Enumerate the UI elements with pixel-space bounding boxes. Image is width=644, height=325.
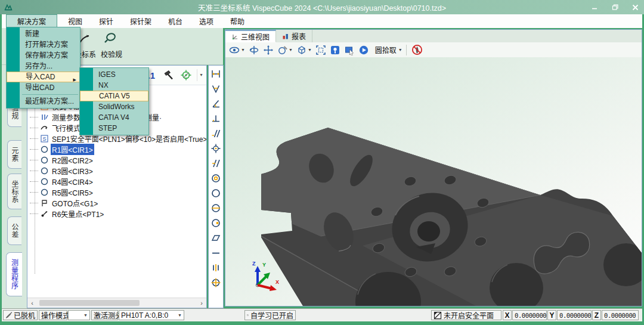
angle-between-icon[interactable] xyxy=(210,83,221,94)
z-coordinate-label: Z xyxy=(592,310,601,320)
scroll-right-icon[interactable]: › xyxy=(197,299,206,308)
submenu-item-solidworks[interactable]: SolidWorks xyxy=(80,101,148,112)
position-crosshair-icon[interactable] xyxy=(210,143,221,154)
orbit-icon[interactable] xyxy=(249,45,259,55)
submenu-item-catia-v4[interactable]: CATIA V4 xyxy=(80,112,148,123)
target-icon[interactable] xyxy=(180,69,192,81)
shading-icon[interactable]: ▼ xyxy=(277,45,293,55)
goto-icon xyxy=(39,199,49,207)
menu-item-save-solution[interactable]: 保存解决方案 xyxy=(7,50,80,61)
toolbar-overflow-icon[interactable]: ▾ xyxy=(197,69,205,81)
angle-icon[interactable] xyxy=(210,98,221,109)
cube-icon[interactable]: ▼ xyxy=(296,45,312,55)
tab-measure-program[interactable]: 测量程序 xyxy=(6,252,22,296)
perpendicularity-icon[interactable] xyxy=(210,113,221,124)
scrollbar-thumb[interactable] xyxy=(39,300,140,306)
menu-item-import-cad[interactable]: 导入CAD▶ xyxy=(7,72,80,82)
submenu-item-nx[interactable]: NX xyxy=(80,80,148,91)
menu-machine[interactable]: 机台 xyxy=(161,14,190,28)
maximize-icon[interactable] xyxy=(609,2,620,12)
close-icon[interactable] xyxy=(630,2,640,12)
x-coordinate-value: 0.0000000 xyxy=(512,310,547,320)
safety-plane-off-icon xyxy=(434,311,442,320)
hammer-icon[interactable] xyxy=(162,69,174,81)
tab-report[interactable]: 报表 xyxy=(276,30,312,42)
menu-item-recent-solutions[interactable]: 最近解决方案... xyxy=(7,96,80,107)
tree-row-circle-r5[interactable]: R5圆<CIR5> xyxy=(30,187,94,197)
straightness-icon[interactable] xyxy=(210,247,221,258)
parallelism-icon[interactable] xyxy=(210,128,221,139)
menu-help[interactable]: 帮助 xyxy=(223,14,252,28)
true-position-icon[interactable] xyxy=(210,277,221,288)
menu-probe-rack[interactable]: 探针架 xyxy=(123,14,159,28)
submenu-item-catia-v5[interactable]: CATIA V5 xyxy=(80,91,148,101)
minimize-icon[interactable] xyxy=(589,2,600,12)
tab-elements[interactable]: 元素 xyxy=(7,140,21,169)
angularity-icon[interactable] xyxy=(210,158,221,169)
submenu-item-step[interactable]: STEP xyxy=(80,123,148,134)
x-axis-label: X xyxy=(275,279,279,285)
z-axis-label: Z xyxy=(252,261,256,267)
menu-options[interactable]: 选项 xyxy=(192,14,221,28)
tab-3d-view[interactable]: 三维视图 xyxy=(225,30,276,42)
menu-item-new[interactable]: 新建 xyxy=(7,29,80,39)
menu-item-save-as[interactable]: 另存为... xyxy=(7,61,80,72)
circularity-icon[interactable] xyxy=(210,188,221,199)
flatness-icon[interactable] xyxy=(210,233,221,243)
gauge-check-button[interactable]: 校验规 xyxy=(98,32,125,59)
scroll-left-icon[interactable]: ‹ xyxy=(27,299,37,308)
runout-icon[interactable] xyxy=(210,203,221,213)
operation-mode-select[interactable]: ▼ xyxy=(68,310,90,320)
menu-solution[interactable]: 解决方案 xyxy=(6,14,57,28)
circle-icon xyxy=(39,188,49,196)
view-toolbar: ▼ ▼ ▼ xyxy=(225,42,642,58)
y-coordinate-label: Y xyxy=(547,310,556,320)
pin-icon[interactable] xyxy=(330,45,340,55)
pan-icon[interactable] xyxy=(263,45,274,55)
gdt-toolbar xyxy=(208,65,224,308)
probe-disabled-icon[interactable] xyxy=(411,44,423,55)
tree-row-goto[interactable]: GOTO点<G1> xyxy=(30,197,99,208)
tree-row-vector-point[interactable]: R6矢量点<PT1> xyxy=(30,208,105,219)
vector-point-icon xyxy=(39,209,49,218)
active-probe-select[interactable]: PH10T A:0,B:0▼ xyxy=(119,310,184,320)
distance-icon[interactable] xyxy=(210,69,221,79)
tab-coordinate-system[interactable]: 坐标系 xyxy=(7,174,21,209)
menu-separator xyxy=(22,94,78,95)
offline-icon xyxy=(5,311,13,320)
svg-text:S: S xyxy=(42,136,46,142)
play-icon[interactable] xyxy=(358,45,369,55)
x-coordinate-label: X xyxy=(503,310,512,320)
tree-row-circle-r1[interactable]: R1圆<CIR1> xyxy=(30,144,94,154)
eye-icon[interactable]: ▼ xyxy=(229,45,245,55)
y-axis-label: Y xyxy=(262,262,266,268)
measure-params-icon xyxy=(39,113,49,121)
tree-horizontal-scrollbar[interactable]: ‹ › xyxy=(27,298,206,308)
submenu-item-iges[interactable]: IGES xyxy=(80,69,148,80)
window-title: 天准三坐标系统 VispecCube 2024 <C:\Users\jiaosi… xyxy=(0,2,644,13)
menu-probe[interactable]: 探针 xyxy=(92,14,120,28)
menu-view[interactable]: 视图 xyxy=(61,14,89,28)
total-runout-icon[interactable] xyxy=(210,218,221,228)
y-coordinate-value: 0.0000000 xyxy=(557,310,592,320)
pick-mode-dropdown[interactable]: 圆拾取▼ xyxy=(373,45,402,55)
magnifier-icon xyxy=(104,32,119,46)
tree-row-circle-r3[interactable]: R3圆<CIR3> xyxy=(30,165,94,176)
circle-icon xyxy=(39,156,49,164)
menu-item-open-solution[interactable]: 打开解决方案 xyxy=(7,39,80,50)
solution-menu-popup: 新建 打开解决方案 保存解决方案 另存为... 导入CAD▶ 导出CAD 最近解… xyxy=(6,27,80,109)
toolbar-separator xyxy=(406,45,407,55)
symmetry-icon[interactable] xyxy=(210,262,221,273)
cad-model xyxy=(225,57,642,306)
menu-item-export-cad[interactable]: 导出CAD xyxy=(7,82,80,93)
tree-row-circle-r2[interactable]: R2圆<CIR2> xyxy=(30,154,94,165)
fit-view-icon[interactable] xyxy=(315,45,326,55)
tab-tolerance[interactable]: 公差 xyxy=(7,216,21,245)
tree-row-circle-r4[interactable]: R4圆<CIR4> xyxy=(30,176,94,187)
self-learn-status[interactable]: 自学习已开启 xyxy=(244,310,296,320)
operation-mode-label: 操作模式 xyxy=(39,310,67,320)
concentricity-icon[interactable] xyxy=(210,173,221,184)
3d-viewport[interactable]: Z Y X xyxy=(225,57,642,306)
region-select-icon[interactable] xyxy=(344,45,355,55)
circle-icon xyxy=(39,177,49,185)
